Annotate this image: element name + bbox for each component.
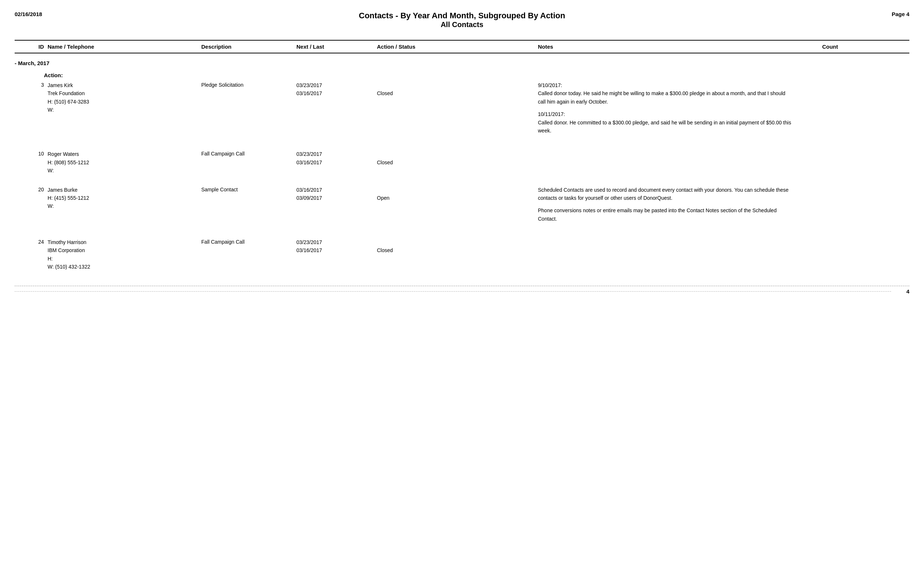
contact-description: Sample Contact: [201, 186, 296, 192]
contact-status: Open: [377, 186, 538, 202]
contact-org: IBM Corporation: [48, 246, 201, 254]
col-action-status: Action / Status: [377, 43, 538, 50]
contact-dates: 03/16/201703/09/2017: [296, 186, 377, 202]
col-notes: Notes: [538, 43, 794, 50]
contact-id: 3: [15, 81, 48, 88]
contact-name: James Burke: [48, 186, 201, 194]
report-header: 02/16/2018 Contacts - By Year And Month,…: [15, 11, 909, 29]
status-value: Closed: [377, 159, 538, 166]
report-date: 02/16/2018: [15, 11, 58, 17]
table-row: 10Roger WatersH: (808) 555-1212W:Fall Ca…: [15, 150, 909, 175]
contact-phone-w: W:: [48, 166, 201, 175]
status-value: Open: [377, 194, 538, 202]
contact-phone-h: H: (808) 555-1212: [48, 159, 201, 166]
contact-dates: 03/23/201703/16/2017: [296, 81, 377, 98]
action-label: Action:: [44, 72, 909, 78]
col-id: ID: [15, 43, 48, 50]
table-row: 3James KirkTrek FoundationH: (510) 674-3…: [15, 81, 909, 139]
contact-phone-w: W:: [48, 106, 201, 114]
footer-page-number: 4: [898, 288, 909, 295]
contact-id: 20: [15, 186, 48, 192]
contact-description: Fall Campaign Call: [201, 150, 296, 157]
col-next-last: Next / Last: [296, 43, 377, 50]
section-heading: - March, 2017: [15, 60, 909, 66]
contact-dates: 03/23/201703/16/2017: [296, 238, 377, 255]
last-date: 03/09/2017: [296, 194, 377, 202]
col-description: Description: [201, 43, 296, 50]
contact-phone-h: H: (415) 555-1212: [48, 194, 201, 202]
status-value: Closed: [377, 89, 538, 97]
table-row: 20James BurkeH: (415) 555-1212W:Sample C…: [15, 186, 909, 228]
col-name-telephone: Name / Telephone: [48, 43, 201, 50]
contact-description: Pledge Solicitation: [201, 81, 296, 88]
contact-org: Trek Foundation: [48, 89, 201, 97]
contact-dates: 03/23/201703/16/2017: [296, 150, 377, 166]
contact-name: James Kirk: [48, 81, 201, 89]
table-row: 24Timothy HarrisonIBM CorporationH:W: (5…: [15, 238, 909, 271]
contact-phone-w: W: (510) 432-1322: [48, 263, 201, 271]
report-title: Contacts - By Year And Month, Subgrouped…: [58, 11, 866, 29]
note-paragraph: 10/11/2017: Called donor. He committed t…: [538, 110, 794, 135]
contact-status: Closed: [377, 150, 538, 166]
last-date: 03/16/2017: [296, 89, 377, 97]
contact-phone-w: W:: [48, 202, 201, 210]
last-date: 03/16/2017: [296, 159, 377, 166]
contact-notes: 9/10/2017: Called donor today. He said h…: [538, 81, 794, 139]
contact-name: Roger Waters: [48, 150, 201, 158]
contact-notes: Scheduled Contacts are used to record an…: [538, 186, 794, 228]
contact-phone-h: H: (510) 674-3283: [48, 98, 201, 106]
note-paragraph: Scheduled Contacts are used to record an…: [538, 186, 794, 202]
last-date: 03/16/2017: [296, 246, 377, 254]
contact-name-block: James BurkeH: (415) 555-1212W:: [48, 186, 201, 210]
contact-name-block: Timothy HarrisonIBM CorporationH:W: (510…: [48, 238, 201, 271]
next-date: 03/16/2017: [296, 186, 377, 194]
contact-phone-h: H:: [48, 255, 201, 263]
contact-status: Closed: [377, 81, 538, 98]
contact-status: Closed: [377, 238, 538, 255]
report-page: Page 4: [866, 11, 909, 17]
next-date: 03/23/2017: [296, 150, 377, 158]
contact-name-block: Roger WatersH: (808) 555-1212W:: [48, 150, 201, 175]
report-title-sub: All Contacts: [58, 21, 866, 29]
note-paragraph: Phone conversions notes or entire emails…: [538, 206, 794, 223]
status-value: Closed: [377, 246, 538, 254]
contact-id: 10: [15, 150, 48, 157]
contacts-container: 3James KirkTrek FoundationH: (510) 674-3…: [15, 81, 909, 271]
footer-row: 4: [15, 286, 909, 295]
next-date: 03/23/2017: [296, 238, 377, 246]
contact-name: Timothy Harrison: [48, 238, 201, 246]
contact-id: 24: [15, 238, 48, 245]
report-title-main: Contacts - By Year And Month, Subgrouped…: [58, 11, 866, 21]
contact-description: Fall Campaign Call: [201, 238, 296, 245]
contact-name-block: James KirkTrek FoundationH: (510) 674-32…: [48, 81, 201, 114]
col-count: Count: [794, 43, 838, 50]
column-headers: ID Name / Telephone Description Next / L…: [15, 40, 909, 53]
note-paragraph: 9/10/2017: Called donor today. He said h…: [538, 81, 794, 106]
next-date: 03/23/2017: [296, 81, 377, 89]
